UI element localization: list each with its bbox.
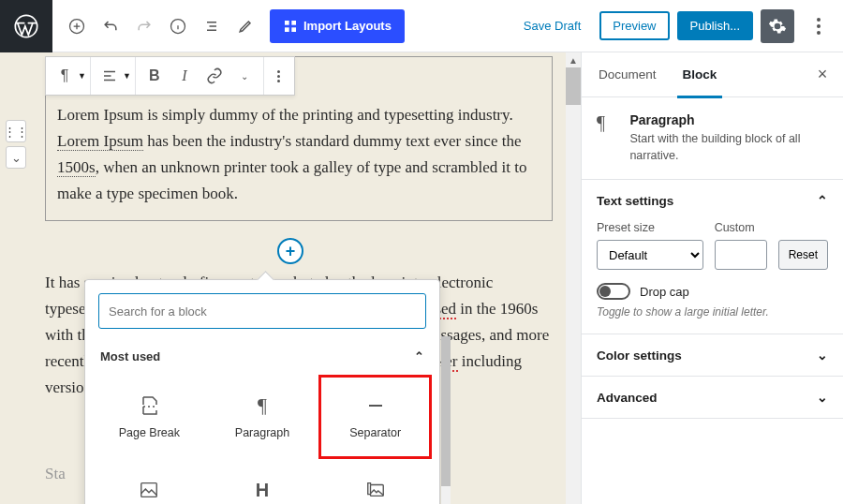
svg-rect-7: [141, 483, 157, 497]
drop-cap-hint: Toggle to show a large initial letter.: [597, 305, 828, 319]
inserter-scrollbar[interactable]: [441, 336, 451, 504]
chevron-up-icon: ⌃: [817, 193, 828, 208]
block-inserter-popover: Most used ⌃ Page Break ¶ Paragraph Separ…: [84, 279, 440, 504]
inserter-item-paragraph[interactable]: ¶ Paragraph: [206, 375, 319, 459]
panel-title: Text settings: [597, 194, 673, 208]
inserter-item-gallery[interactable]: Gallery: [318, 459, 432, 504]
align-caret[interactable]: ▼: [123, 71, 131, 81]
more-menu-icon[interactable]: [802, 9, 836, 43]
drop-cap-label: Drop cap: [640, 285, 689, 299]
panel-advanced[interactable]: Advanced ⌄: [582, 377, 843, 418]
add-block-icon[interactable]: [60, 9, 94, 43]
more-format-caret[interactable]: ⌄: [229, 59, 259, 93]
move-down-icon[interactable]: ⌄: [6, 146, 26, 169]
save-draft-button[interactable]: Save Draft: [512, 11, 592, 40]
page-break-icon: [138, 394, 160, 417]
panel-color-settings[interactable]: Color settings ⌄: [582, 334, 843, 376]
paragraph-icon: ¶: [251, 394, 274, 417]
import-layouts-button[interactable]: Import Layouts: [270, 9, 405, 43]
heading-icon: H: [251, 479, 274, 501]
custom-size-label: Custom: [715, 221, 767, 234]
drop-cap-toggle[interactable]: [597, 283, 630, 300]
canvas-scrollbar[interactable]: ▲: [566, 52, 581, 504]
block-more-icon[interactable]: [264, 59, 294, 93]
edit-icon[interactable]: [229, 9, 262, 43]
publish-button[interactable]: Publish...: [677, 11, 753, 40]
preset-size-label: Preset size: [597, 221, 703, 234]
drag-handle-icon[interactable]: ⋮⋮: [6, 120, 26, 142]
inserter-item-label: Paragraph: [235, 426, 289, 439]
inserter-item-label: Page Break: [119, 426, 180, 439]
wp-logo[interactable]: [0, 0, 52, 52]
gallery-icon: [364, 479, 387, 501]
svg-rect-5: [285, 27, 289, 32]
undo-icon[interactable]: [94, 9, 127, 43]
inserter-item-label: Separator: [349, 426, 401, 439]
inserter-item-separator[interactable]: Separator: [318, 375, 432, 459]
tab-document[interactable]: Document: [585, 52, 670, 97]
align-icon[interactable]: [95, 59, 125, 93]
svg-rect-6: [291, 27, 296, 32]
chevron-down-icon: ⌄: [817, 348, 828, 363]
block-type-caret[interactable]: ▼: [78, 71, 86, 81]
top-toolbar: Import Layouts Save Draft Preview Publis…: [0, 0, 843, 52]
empty-paragraph-placeholder[interactable]: Sta: [45, 465, 66, 483]
search-input[interactable]: [98, 293, 426, 329]
separator-icon: [364, 394, 387, 417]
editor-canvas: ▲ ⋮⋮ ⌄ ¶ ▼ ▼ B I ⌄ Lorem Ip: [0, 52, 581, 504]
link-icon[interactable]: [200, 59, 229, 93]
block-toolbar: ¶ ▼ ▼ B I ⌄: [45, 56, 295, 96]
reset-button[interactable]: Reset: [778, 240, 828, 270]
block-description: Start with the building block of all nar…: [629, 131, 828, 164]
preview-button[interactable]: Preview: [599, 11, 669, 40]
svg-rect-3: [285, 21, 289, 25]
info-icon[interactable]: [161, 9, 195, 43]
settings-sidebar: Document Block × ¶ Paragraph Start with …: [581, 52, 843, 504]
chevron-down-icon: ⌄: [817, 390, 828, 405]
paragraph-icon: ¶: [597, 112, 616, 164]
insert-block-button[interactable]: +: [277, 238, 303, 264]
italic-button[interactable]: I: [170, 59, 200, 93]
inserter-item-image[interactable]: Image: [93, 459, 206, 504]
image-icon: [138, 479, 160, 501]
svg-rect-4: [291, 21, 296, 25]
bold-button[interactable]: B: [140, 59, 170, 93]
inserter-item-heading[interactable]: H Heading: [206, 459, 319, 504]
inserter-section-header[interactable]: Most used ⌃: [85, 342, 439, 371]
most-used-label: Most used: [100, 349, 160, 363]
close-icon[interactable]: ×: [806, 58, 839, 92]
custom-size-input[interactable]: [715, 240, 767, 270]
panel-text-settings[interactable]: Text settings ⌃: [582, 180, 843, 221]
redo-icon[interactable]: [127, 9, 161, 43]
chevron-up-icon: ⌃: [414, 349, 424, 363]
import-layouts-label: Import Layouts: [303, 19, 392, 33]
preset-size-select[interactable]: Default: [597, 240, 703, 270]
inserter-item-page-break[interactable]: Page Break: [93, 375, 206, 459]
block-name: Paragraph: [629, 112, 828, 127]
settings-icon[interactable]: [761, 9, 794, 43]
outline-icon[interactable]: [195, 9, 229, 43]
panel-title: Advanced: [597, 391, 658, 405]
tab-block[interactable]: Block: [670, 52, 731, 97]
block-type-icon[interactable]: ¶: [50, 59, 80, 93]
panel-title: Color settings: [597, 348, 682, 363]
